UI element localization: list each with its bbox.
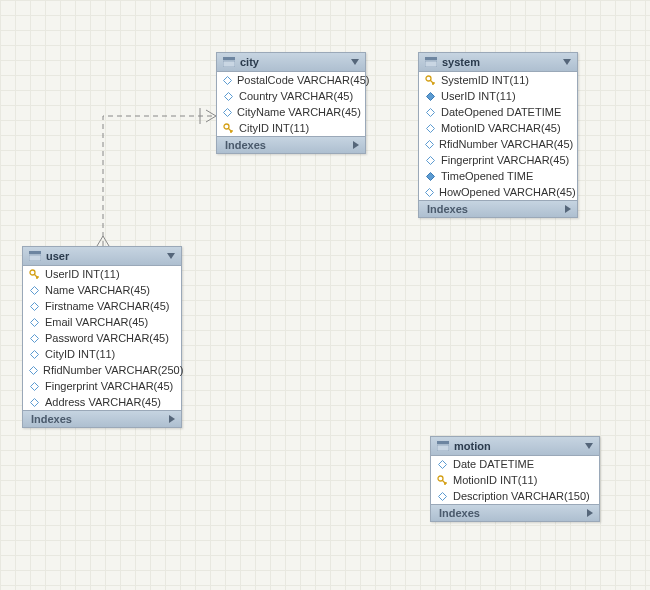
column-row[interactable]: CityName VARCHAR(45) bbox=[217, 104, 365, 120]
table-columns-system: SystemID INT(11) UserID INT(11) DateOpen… bbox=[419, 72, 577, 200]
diamond-icon bbox=[425, 123, 436, 134]
table-columns-user: UserID INT(11) Name VARCHAR(45) Firstnam… bbox=[23, 266, 181, 410]
column-label: Email VARCHAR(45) bbox=[45, 316, 148, 328]
table-title: city bbox=[240, 56, 259, 68]
svg-rect-1 bbox=[29, 255, 41, 261]
column-label: CityName VARCHAR(45) bbox=[237, 106, 361, 118]
key-icon bbox=[425, 75, 436, 86]
table-icon bbox=[29, 251, 41, 261]
column-label: RfidNumber VARCHAR(250) bbox=[43, 364, 183, 376]
column-row[interactable]: UserID INT(11) bbox=[419, 88, 577, 104]
table-header-system[interactable]: system bbox=[419, 53, 577, 72]
column-row[interactable]: RfidNumber VARCHAR(250) bbox=[23, 362, 181, 378]
table-title: motion bbox=[454, 440, 491, 452]
table-footer-indexes[interactable]: Indexes bbox=[217, 136, 365, 153]
column-label: UserID INT(11) bbox=[441, 90, 516, 102]
diamond-icon bbox=[29, 301, 40, 312]
indexes-label: Indexes bbox=[427, 203, 468, 215]
column-row[interactable]: Date DATETIME bbox=[431, 456, 599, 472]
column-row[interactable]: Email VARCHAR(45) bbox=[23, 314, 181, 330]
indexes-label: Indexes bbox=[225, 139, 266, 151]
column-row[interactable]: RfidNumber VARCHAR(45) bbox=[419, 136, 577, 152]
column-label: UserID INT(11) bbox=[45, 268, 120, 280]
diamond-icon bbox=[29, 333, 40, 344]
column-row[interactable]: Country VARCHAR(45) bbox=[217, 88, 365, 104]
diamond-icon bbox=[437, 459, 448, 470]
column-label: DateOpened DATETIME bbox=[441, 106, 561, 118]
svg-rect-3 bbox=[223, 57, 235, 60]
table-system[interactable]: system SystemID INT(11) UserID INT(11) D… bbox=[418, 52, 578, 218]
column-row[interactable]: Fingerprint VARCHAR(45) bbox=[419, 152, 577, 168]
chevron-down-icon bbox=[167, 253, 175, 259]
column-label: Password VARCHAR(45) bbox=[45, 332, 169, 344]
svg-rect-0 bbox=[29, 251, 41, 254]
table-footer-indexes[interactable]: Indexes bbox=[23, 410, 181, 427]
column-row[interactable]: CityID INT(11) bbox=[217, 120, 365, 136]
diamond-icon bbox=[29, 317, 40, 328]
column-row[interactable]: MotionID VARCHAR(45) bbox=[419, 120, 577, 136]
column-label: CityID INT(11) bbox=[239, 122, 309, 134]
diamond-icon bbox=[425, 155, 436, 166]
indexes-label: Indexes bbox=[439, 507, 480, 519]
column-row[interactable]: Fingerprint VARCHAR(45) bbox=[23, 378, 181, 394]
indexes-label: Indexes bbox=[31, 413, 72, 425]
table-icon bbox=[437, 441, 449, 451]
column-row[interactable]: TimeOpened TIME bbox=[419, 168, 577, 184]
diamond-icon bbox=[29, 381, 40, 392]
diamond-icon bbox=[223, 75, 232, 86]
chevron-down-icon bbox=[563, 59, 571, 65]
diamond-icon bbox=[29, 365, 38, 376]
table-footer-indexes[interactable]: Indexes bbox=[431, 504, 599, 521]
table-footer-indexes[interactable]: Indexes bbox=[419, 200, 577, 217]
column-row[interactable]: SystemID INT(11) bbox=[419, 72, 577, 88]
column-label: TimeOpened TIME bbox=[441, 170, 533, 182]
column-row[interactable]: MotionID INT(11) bbox=[431, 472, 599, 488]
column-row[interactable]: DateOpened DATETIME bbox=[419, 104, 577, 120]
column-label: SystemID INT(11) bbox=[441, 74, 529, 86]
column-row[interactable]: Description VARCHAR(150) bbox=[431, 488, 599, 504]
column-row[interactable]: Address VARCHAR(45) bbox=[23, 394, 181, 410]
diamond-fill-icon bbox=[425, 91, 436, 102]
table-columns-city: PostalCode VARCHAR(45) Country VARCHAR(4… bbox=[217, 72, 365, 136]
table-title: system bbox=[442, 56, 480, 68]
column-row[interactable]: CityID INT(11) bbox=[23, 346, 181, 362]
svg-rect-7 bbox=[425, 61, 437, 67]
table-icon bbox=[223, 57, 235, 67]
column-label: Fingerprint VARCHAR(45) bbox=[45, 380, 173, 392]
column-label: MotionID INT(11) bbox=[453, 474, 537, 486]
table-header-user[interactable]: user bbox=[23, 247, 181, 266]
svg-rect-4 bbox=[223, 61, 235, 67]
diamond-fill-icon bbox=[425, 171, 436, 182]
table-user[interactable]: user UserID INT(11) Name VARCHAR(45) Fir… bbox=[22, 246, 182, 428]
svg-rect-9 bbox=[437, 441, 449, 444]
column-label: Country VARCHAR(45) bbox=[239, 90, 353, 102]
key-icon bbox=[223, 123, 234, 134]
column-label: Name VARCHAR(45) bbox=[45, 284, 150, 296]
column-label: HowOpened VARCHAR(45) bbox=[439, 186, 576, 198]
column-row[interactable]: Password VARCHAR(45) bbox=[23, 330, 181, 346]
diamond-icon bbox=[425, 139, 434, 150]
erd-canvas: user UserID INT(11) Name VARCHAR(45) Fir… bbox=[0, 0, 650, 590]
column-row[interactable]: Firstname VARCHAR(45) bbox=[23, 298, 181, 314]
column-label: RfidNumber VARCHAR(45) bbox=[439, 138, 573, 150]
column-label: Description VARCHAR(150) bbox=[453, 490, 590, 502]
chevron-down-icon bbox=[585, 443, 593, 449]
diamond-icon bbox=[223, 107, 232, 118]
table-header-motion[interactable]: motion bbox=[431, 437, 599, 456]
diamond-icon bbox=[223, 91, 234, 102]
table-header-city[interactable]: city bbox=[217, 53, 365, 72]
chevron-right-icon bbox=[587, 509, 593, 517]
column-row[interactable]: UserID INT(11) bbox=[23, 266, 181, 282]
key-icon bbox=[437, 475, 448, 486]
column-label: Date DATETIME bbox=[453, 458, 534, 470]
diamond-icon bbox=[425, 107, 436, 118]
table-city[interactable]: city PostalCode VARCHAR(45) Country VARC… bbox=[216, 52, 366, 154]
table-motion[interactable]: motion Date DATETIME MotionID INT(11) De… bbox=[430, 436, 600, 522]
column-row[interactable]: Name VARCHAR(45) bbox=[23, 282, 181, 298]
column-row[interactable]: PostalCode VARCHAR(45) bbox=[217, 72, 365, 88]
table-icon bbox=[425, 57, 437, 67]
column-row[interactable]: HowOpened VARCHAR(45) bbox=[419, 184, 577, 200]
chevron-right-icon bbox=[565, 205, 571, 213]
svg-rect-10 bbox=[437, 445, 449, 451]
chevron-right-icon bbox=[353, 141, 359, 149]
